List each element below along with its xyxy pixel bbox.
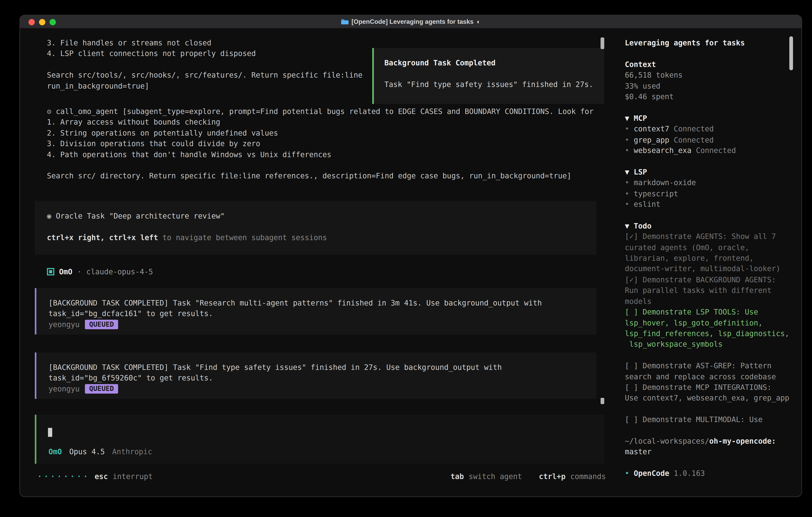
app-version: 1.0.163 — [674, 469, 705, 478]
lsp-name: eslint — [634, 200, 660, 208]
status-right: tab switch agent ctrl+p commands — [451, 471, 606, 482]
esc-key-hint: esc — [95, 471, 108, 482]
status-left: ········ esc interrupt — [37, 471, 153, 482]
workspace-path: ~/local-workspaces/oh-my-opencode: maste… — [625, 436, 792, 457]
todo-item: [ ] Demonstrate MCP INTEGRATIONS: Use co… — [625, 382, 792, 404]
todo-item: [ ] Demonstrate LSP TOOLS: Use lsp_hover… — [625, 306, 792, 350]
message-text: [BACKGROUND TASK COMPLETED] Task "Find t… — [49, 362, 597, 383]
hint-keys: ctrl+x right, ctrl+x left — [47, 233, 158, 242]
context-spent: $0.46 spent — [625, 91, 792, 102]
ctrl-p-key-hint: ctrl+p — [539, 471, 566, 482]
tool-call-body: 1. Array access without bounds checking … — [47, 117, 619, 181]
input-model-provider: Anthropic — [112, 446, 152, 457]
mcp-name: websearch_exa — [634, 146, 692, 155]
activity-icon: ◐ — [477, 16, 481, 27]
ctrl-p-key-label: commands — [570, 471, 606, 482]
window-title: [OpenCode] Leveraging agents for tasks ◐ — [20, 16, 802, 27]
lsp-heading: LSP — [634, 168, 647, 176]
todo-item: [ ] Demonstrate MULTIMODAL: Use — [625, 414, 792, 425]
message-author: yeongyu — [49, 319, 80, 330]
workspace-branch: master — [625, 446, 792, 457]
mcp-item: • grep_app Connected — [625, 134, 792, 145]
folder-icon — [341, 19, 348, 25]
workspace-repo: oh-my-opencode: — [709, 437, 776, 445]
esc-key-label: interrupt — [113, 471, 153, 482]
mcp-item: • context7 Connected — [625, 124, 792, 134]
lsp-item: • typescript — [625, 188, 792, 199]
queued-badge: QUEUED — [85, 384, 118, 393]
lsp-item: • markdown-oxide — [625, 177, 792, 188]
input-agent-name: OmO — [49, 446, 62, 457]
session-title: Leveraging agents for tasks — [625, 37, 792, 48]
message-block: [BACKGROUND TASK COMPLETED] Task "Find t… — [35, 352, 596, 399]
fisheye-icon: ◉ — [47, 212, 51, 220]
context-tokens: 66,518 tokens — [625, 70, 792, 81]
context-heading: Context — [625, 59, 792, 70]
message-meta: yeongyu QUEUED — [49, 319, 597, 330]
desktop: [OpenCode] Leveraging agents for tasks ◐… — [0, 0, 812, 517]
mcp-heading: MCP — [634, 114, 647, 123]
model-row: OmO Opus 4.5 Anthropic — [49, 446, 152, 457]
bullet-icon: • — [625, 179, 629, 187]
toast-body: Task "Find type safety issues" finished … — [384, 79, 594, 90]
bullet-icon: • — [625, 125, 629, 133]
terminal-window: [OpenCode] Leveraging agents for tasks ◐… — [20, 15, 802, 497]
minimize-button[interactable] — [39, 19, 46, 25]
chevron-down-icon: ▼ — [625, 221, 629, 230]
tab-key-hint: tab — [451, 471, 464, 482]
oracle-task-title: Oracle Task "Deep architecture review" — [56, 212, 225, 220]
todo-section: ▼ Todo [✓] Demonstrate AGENTS: Show all … — [625, 220, 792, 425]
bullet-icon: • — [625, 469, 629, 478]
tool-call-block: ⚙ call_omo_agent [subagent_type=explore,… — [47, 106, 619, 181]
lsp-section-header[interactable]: ▼ LSP — [625, 166, 792, 177]
zoom-button[interactable] — [50, 19, 56, 25]
sidebar: Leveraging agents for tasks Context 66,5… — [625, 37, 792, 479]
context-used: 33% used — [625, 81, 792, 91]
agent-square-icon — [47, 268, 54, 275]
close-button[interactable] — [29, 19, 35, 25]
workspace-prefix: ~/local-workspaces/ — [625, 437, 709, 445]
lsp-item: • eslint — [625, 199, 792, 210]
agent-name: OmO — [59, 267, 72, 277]
message-author: yeongyu — [49, 383, 80, 394]
spinner-dots: ········ — [37, 471, 90, 482]
chevron-down-icon: ▼ — [625, 114, 629, 123]
mcp-section-header[interactable]: ▼ MCP — [625, 113, 792, 124]
agent-header: OmO · claude-opus-4-5 — [47, 267, 153, 277]
oracle-task-hint: ctrl+x right, ctrl+x left to navigate be… — [47, 232, 597, 243]
tool-call-name: call_omo_agent [subagent_type=explore, p… — [56, 107, 593, 115]
app-version-row: • OpenCode 1.0.163 — [625, 468, 792, 479]
mcp-status: Connected — [674, 135, 714, 144]
todo-item: [✓] Demonstrate BACKGROUND AGENTS: Run p… — [625, 274, 792, 307]
sidebar-scrollbar-thumb[interactable] — [789, 36, 793, 70]
mcp-status: Connected — [674, 125, 714, 133]
mcp-status: Connected — [696, 146, 736, 155]
agent-model: claude-opus-4-5 — [86, 267, 153, 277]
text-cursor — [48, 428, 52, 437]
tool-call-header: ⚙ call_omo_agent [subagent_type=explore,… — [47, 106, 619, 117]
main-scrollbar-thumb[interactable] — [601, 37, 604, 49]
app-name: OpenCode — [634, 469, 669, 478]
todo-section-header[interactable]: ▼ Todo — [625, 220, 792, 231]
lsp-name: markdown-oxide — [634, 179, 696, 187]
gear-icon: ⚙ — [47, 107, 51, 115]
chevron-down-icon: ▼ — [625, 168, 629, 176]
bullet-icon: • — [625, 200, 629, 208]
message-text: [BACKGROUND TASK COMPLETED] Task "Resear… — [49, 298, 597, 319]
todo-item: [✓] Demonstrate AGENTS: Show all 7 curat… — [625, 231, 792, 274]
context-section: Context 66,518 tokens 33% used $0.46 spe… — [625, 59, 792, 102]
todo-item: [ ] Demonstrate AST-GREP: Pattern search… — [625, 360, 792, 382]
bullet-icon: • — [625, 146, 629, 155]
prompt-input[interactable]: OmO Opus 4.5 Anthropic — [35, 415, 604, 464]
bullet-icon: • — [625, 189, 629, 197]
tab-key-label: switch agent — [469, 471, 522, 482]
mcp-name: grep_app — [634, 135, 669, 144]
todo-heading: Todo — [634, 221, 651, 230]
lsp-section: ▼ LSP • markdown-oxide • typescript • es… — [625, 166, 792, 210]
main-scrollbar-thumb-secondary[interactable] — [601, 398, 604, 404]
mcp-item: • websearch_exa Connected — [625, 145, 792, 156]
message-meta: yeongyu QUEUED — [49, 383, 597, 394]
mcp-name: context7 — [634, 125, 669, 133]
titlebar: [OpenCode] Leveraging agents for tasks ◐ — [20, 16, 802, 29]
window-title-text: [OpenCode] Leveraging agents for tasks — [351, 16, 473, 27]
